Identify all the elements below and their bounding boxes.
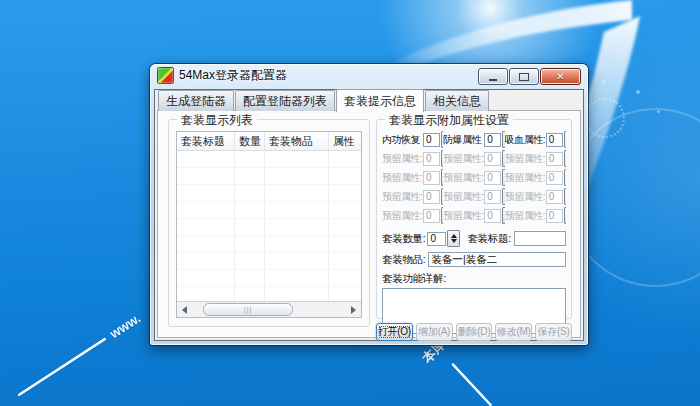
field-reserved: 预留属性: 0 [382, 150, 443, 167]
numeric-input: 0 [546, 209, 563, 223]
numeric-input[interactable]: 0 [484, 133, 501, 147]
window-title: 54Max登录器配置器 [179, 67, 287, 84]
watermark-line [17, 337, 107, 397]
suit-list-table[interactable]: 套装标题 数量 套装物品 属性 [176, 131, 362, 318]
field-label: 预留属性: [505, 171, 546, 185]
spinner [564, 188, 566, 205]
group-title: 套装显示附加属性设置 [385, 112, 513, 129]
field-reserved: 预留属性: 0 [505, 188, 566, 205]
window-client-area: 生成登陆器 配置登陆器列表 套装提示信息 相关信息 套装显示列表 套装标题 数量… [154, 89, 584, 341]
field-label: 预留属性: [443, 152, 484, 166]
attr-row: 预留属性: 0 预留属性: 0 预留属性: 0 [382, 149, 566, 168]
scrollbar-thumb[interactable]: ||| [203, 303, 292, 316]
wallpaper-circle-small [585, 98, 625, 138]
tab-strip: 生成登陆器 配置登陆器列表 套装提示信息 相关信息 [158, 92, 490, 111]
add-button: 增加(A) [416, 323, 453, 341]
numeric-input: 0 [546, 190, 563, 204]
spinner[interactable] [447, 230, 460, 247]
column-header-suit-title[interactable]: 套装标题 [177, 132, 235, 150]
scroll-left-button[interactable] [178, 304, 191, 316]
attr-panel: 内功恢复 0 防爆属性 0 吸血属性: 0 [382, 130, 566, 338]
column-header-attributes[interactable]: 属性 [329, 132, 361, 150]
numeric-input: 0 [546, 171, 563, 185]
spinner [564, 150, 566, 167]
app-icon [157, 67, 174, 84]
wallpaper-dot [602, 80, 605, 83]
close-button[interactable]: ✕ [540, 68, 581, 85]
suit-title-input[interactable] [514, 231, 566, 246]
attr-row: 预留属性: 0 预留属性: 0 预留属性: 0 [382, 206, 566, 225]
field-label: 预留属性: [382, 190, 423, 204]
field-label: 预留属性: [505, 152, 546, 166]
title-bar[interactable]: 54Max登录器配置器 ✕ [150, 64, 588, 86]
watermark-line [451, 362, 493, 406]
scroll-right-icon [351, 306, 356, 314]
numeric-input: 0 [423, 190, 440, 204]
modify-button: 修改(M) [495, 323, 532, 341]
field-inner-power-recovery: 内功恢复 0 [382, 131, 443, 148]
numeric-input: 0 [546, 152, 563, 166]
scroll-left-icon [182, 306, 187, 314]
minimize-icon [489, 79, 497, 81]
field-reserved: 预留属性: 0 [443, 169, 504, 186]
maximize-icon [519, 73, 529, 81]
detail-label-row: 套装功能详解: [382, 272, 566, 286]
field-reserved: 预留属性: 0 [505, 150, 566, 167]
desktop: www. 本库 54Max登录器配置器 ✕ 生成登陆器 配置登陆器列表 套装提示… [0, 0, 700, 406]
field-label: 预留属性: [505, 209, 546, 223]
suit-items-label: 套装物品: [382, 253, 425, 267]
field-label: 吸血属性: [505, 133, 546, 147]
caption-buttons: ✕ [478, 68, 581, 85]
save-button: 保存(S) [535, 323, 572, 341]
group-suit-attr-settings: 套装显示附加属性设置 内功恢复 0 防爆属性 0 [376, 119, 572, 319]
numeric-input[interactable]: 0 [423, 133, 440, 147]
horizontal-scrollbar[interactable]: ||| [177, 301, 361, 317]
watermark-text: www. [107, 311, 143, 342]
field-label: 预留属性: [443, 190, 484, 204]
action-buttons: 打开(O) 增加(A) 删除(D) 修改(M) 保存(S) [376, 323, 572, 341]
suit-items-row: 套装物品: [382, 252, 566, 267]
field-label: 预留属性: [382, 209, 423, 223]
field-label: 预留属性: [382, 171, 423, 185]
suit-count-input[interactable]: 0 [427, 232, 446, 246]
tab-suit-prompt-info[interactable]: 套装提示信息 [336, 89, 424, 112]
numeric-input: 0 [484, 209, 501, 223]
numeric-input: 0 [423, 209, 440, 223]
field-reserved: 预留属性: 0 [505, 169, 566, 186]
attr-row: 预留属性: 0 预留属性: 0 预留属性: 0 [382, 187, 566, 206]
field-life-steal: 吸血属性: 0 [505, 131, 566, 148]
tab-page-suit-prompt: 套装显示列表 套装标题 数量 套装物品 属性 [157, 110, 581, 338]
grid-line [264, 151, 265, 301]
suit-count-title-row: 套装数量: 0 套装标题: [382, 230, 566, 247]
table-body-empty[interactable] [177, 151, 361, 301]
numeric-input[interactable]: 0 [546, 133, 563, 147]
suit-items-input[interactable] [428, 252, 566, 267]
minimize-button[interactable] [478, 68, 508, 85]
open-button[interactable]: 打开(O) [376, 323, 413, 341]
field-reserved: 预留属性: 0 [443, 188, 504, 205]
field-label: 防爆属性 [443, 133, 484, 147]
numeric-input: 0 [484, 152, 501, 166]
field-label: 预留属性: [443, 209, 484, 223]
tab-related-info[interactable]: 相关信息 [425, 90, 489, 111]
tab-configure-launcher-list[interactable]: 配置登陆器列表 [235, 90, 335, 111]
scrollbar-track[interactable]: ||| [191, 303, 347, 316]
maximize-button[interactable] [509, 68, 539, 85]
numeric-input: 0 [423, 171, 440, 185]
app-window: 54Max登录器配置器 ✕ 生成登陆器 配置登陆器列表 套装提示信息 相关信息 … [150, 64, 588, 345]
suit-count-label: 套装数量: [382, 232, 425, 246]
column-header-suit-items[interactable]: 套装物品 [265, 132, 329, 150]
wallpaper-dot [657, 110, 660, 113]
field-label: 预留属性: [505, 190, 546, 204]
numeric-input: 0 [484, 190, 501, 204]
suit-title-label: 套装标题: [467, 232, 510, 246]
numeric-input: 0 [423, 152, 440, 166]
wallpaper-dot [636, 90, 640, 94]
spinner [564, 169, 566, 186]
spinner[interactable] [564, 131, 566, 148]
column-header-quantity[interactable]: 数量 [235, 132, 265, 150]
scroll-right-button[interactable] [347, 304, 360, 316]
attr-row: 内功恢复 0 防爆属性 0 吸血属性: 0 [382, 130, 566, 149]
tab-generate-launcher[interactable]: 生成登陆器 [158, 90, 234, 111]
field-label: 预留属性: [382, 152, 423, 166]
